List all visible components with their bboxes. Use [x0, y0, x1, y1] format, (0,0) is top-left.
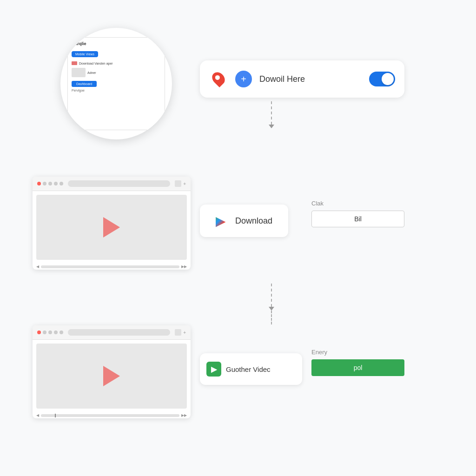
click-label: Clak — [311, 200, 404, 207]
scroll-track-2[interactable] — [41, 414, 179, 417]
download-label: Download — [235, 216, 272, 226]
browser-dot-3 — [54, 182, 58, 185]
circle-menu-item-2: Adner — [72, 66, 161, 79]
bil-button[interactable]: Bil — [311, 211, 404, 227]
scroll-right-arrow: ▶▶ — [181, 264, 187, 269]
toggle-switch[interactable] — [369, 72, 395, 86]
arrow-tip-2 — [269, 307, 274, 311]
browser-dot-1 — [43, 182, 46, 185]
circle-blue-btn: Mobile Views — [72, 51, 98, 57]
bil-button-label: Bil — [354, 215, 362, 223]
browser-icon-box-1 — [175, 180, 181, 187]
scroll-track-1[interactable] — [41, 265, 179, 268]
browser-window-2: + ◀ ▶▶ — [33, 325, 191, 418]
play-button-1[interactable] — [103, 217, 120, 238]
dashed-line-2 — [271, 284, 272, 307]
location-pin — [210, 70, 227, 87]
browser-dot-4 — [60, 182, 63, 185]
circle-thumbnail — [72, 68, 86, 77]
browser-url-bar-1 — [68, 180, 170, 187]
play-store-icon — [216, 213, 231, 228]
dashed-line-2b — [271, 311, 272, 324]
pol-button[interactable]: pol — [311, 359, 404, 376]
pol-button-label: pol — [354, 364, 363, 371]
location-icon — [209, 70, 228, 88]
circle-preview-text: Pervtgoe — [72, 89, 161, 92]
scroll-left-arrow: ◀ — [36, 264, 39, 269]
browser-video-area-1 — [36, 195, 187, 260]
guother-icon: ▶ — [206, 362, 221, 377]
circle-screenshot: Marqlie Mobile Views Download Vanden ape… — [60, 28, 172, 139]
toggle-knob — [382, 73, 394, 85]
browser-icon-box-2 — [175, 329, 181, 336]
browser-topbar-1: + — [33, 177, 191, 191]
circle-play-icon — [72, 61, 77, 65]
browser-dot-7 — [54, 331, 58, 334]
browser-dot-red — [37, 182, 41, 185]
download-play-card[interactable]: Download — [200, 205, 288, 237]
circle-menu-item-1: Download Vanden aper — [72, 60, 161, 66]
dashed-line-1 — [271, 101, 272, 125]
browser-dot-6 — [48, 331, 52, 334]
scroll-position-indicator — [55, 414, 56, 417]
play-button-2[interactable] — [103, 366, 120, 386]
arrow-connector-1 — [269, 101, 274, 128]
browser-dot-5 — [43, 331, 46, 334]
entry-label: Enery — [311, 349, 404, 356]
browser-dot-8 — [60, 331, 63, 334]
download-here-text: Dowoil Here — [259, 74, 362, 84]
entry-section: Enery pol — [311, 349, 404, 376]
plus-icon-2: + — [183, 330, 186, 335]
browser-window-1: + ◀ ▶▶ — [33, 177, 191, 270]
scroll-right-arrow-2: ▶▶ — [181, 413, 187, 417]
browser-dot-2 — [48, 182, 52, 185]
arrow-tip-1 — [269, 125, 274, 128]
circle-download-btn: Dashboard — [72, 81, 97, 87]
guother-video-card[interactable]: ▶ Guother Videc — [200, 353, 302, 385]
browser-video-area-2 — [36, 344, 187, 409]
click-section: Clak Bil — [311, 200, 404, 227]
circle-app-title: Marqlie — [72, 41, 156, 46]
browser-url-bar-2 — [68, 329, 170, 336]
guother-text: Guother Videc — [226, 365, 271, 373]
plus-icon: + — [183, 181, 186, 186]
download-here-card: + Dowoil Here — [200, 60, 404, 98]
browser-scrollbar-2: ◀ ▶▶ — [33, 412, 191, 418]
browser-dot-red-2 — [37, 331, 41, 334]
scroll-left-arrow-2: ◀ — [36, 413, 39, 417]
circle-close-btn — [156, 41, 161, 46]
arrow-connector-2 — [269, 284, 274, 324]
cloud-plus-icon: + — [235, 71, 252, 87]
browser-scrollbar-1: ◀ ▶▶ — [33, 264, 191, 270]
browser-topbar-2: + — [33, 325, 191, 340]
